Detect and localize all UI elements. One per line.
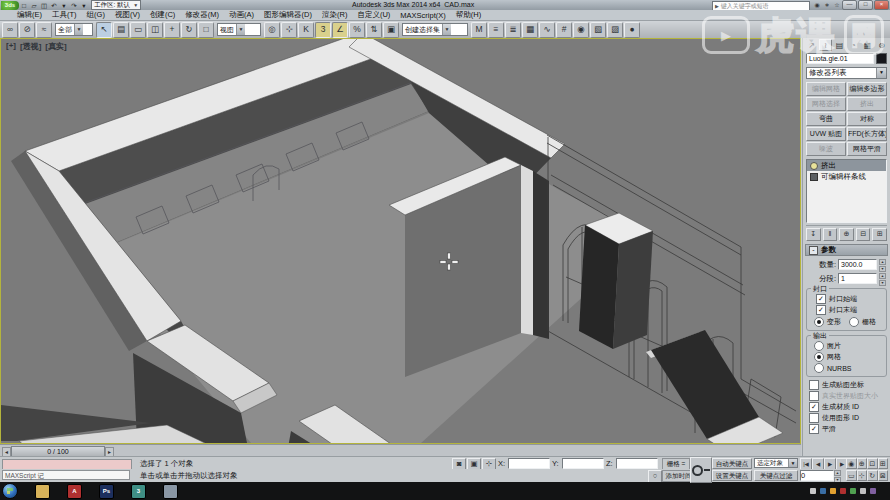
bind-to-space-warp-icon[interactable]: ≈ (36, 22, 52, 38)
object-name-field[interactable]: Luota.gie.01 (806, 53, 874, 64)
menu-item-8[interactable]: 渲染(R) (317, 10, 352, 20)
pillar-column[interactable] (579, 213, 653, 349)
application-menu-button[interactable]: 3ds (1, 1, 19, 10)
param-check-3[interactable]: 使用图形 ID (809, 413, 890, 423)
tab-motion[interactable]: ◔ (847, 39, 860, 51)
redo-icon[interactable]: ↷ (69, 1, 79, 10)
close-button[interactable]: × (874, 0, 889, 10)
menu-item-11[interactable]: 帮助(H) (451, 10, 486, 20)
unlink-selection-icon[interactable]: ⊘ (19, 22, 35, 38)
percent-snap-icon[interactable]: % (349, 22, 365, 38)
modifier-button-6[interactable]: UVW 贴图 (806, 127, 846, 141)
taskbar-folder[interactable] (163, 484, 178, 499)
viewport-menu-pov[interactable]: [透视] (20, 41, 41, 52)
selection-filter-dropdown[interactable]: 全部▼ (55, 23, 93, 36)
maxscript-mini-listener[interactable]: MAXScript 记 (2, 470, 130, 480)
new-file-icon[interactable]: □ (19, 1, 29, 10)
output-radio-1[interactable]: 网格 (814, 352, 884, 362)
tab-create[interactable]: ↗ (805, 39, 818, 51)
select-and-scale-icon[interactable]: □ (198, 22, 214, 38)
window-crossing-icon[interactable]: ◫ (147, 22, 163, 38)
select-and-move-icon[interactable]: + (164, 22, 180, 38)
snaps-toggle-3d-icon[interactable]: 3 (315, 22, 331, 38)
menu-item-9[interactable]: 自定义(U) (352, 10, 395, 20)
open-file-icon[interactable]: ▱ (29, 1, 39, 10)
tray-icon-1[interactable] (820, 488, 826, 494)
tray-icon-5[interactable] (860, 488, 866, 494)
viewport-menu-shading[interactable]: [真实] (45, 41, 66, 52)
pin-stack-icon[interactable]: ↧ (806, 228, 821, 241)
stack-row-0[interactable]: 挤出 (807, 160, 886, 171)
track-bar[interactable]: ◄ 0 / 100 ► (0, 444, 801, 456)
frame-spinner[interactable]: ▲▼ (834, 470, 841, 481)
rendered-frame-window-icon[interactable]: ▨ (607, 22, 623, 38)
tab-hierarchy[interactable]: ▤ (833, 39, 846, 51)
rectangular-selection-region-icon[interactable]: ▭ (130, 22, 146, 38)
select-object-icon[interactable]: ↖ (96, 22, 112, 38)
menu-item-3[interactable]: 视图(V) (110, 10, 145, 20)
orbit-icon[interactable]: ↻ (867, 470, 878, 481)
material-editor-icon[interactable]: ◉ (573, 22, 589, 38)
cap-check-0[interactable]: ✓封口始端 (816, 294, 884, 304)
taskbar-autocad[interactable]: A (67, 484, 82, 499)
zoom-extents-all-icon[interactable]: ⊞ (878, 458, 889, 469)
y-coordinate-field[interactable] (562, 458, 604, 469)
modifier-button-1[interactable]: 编辑多边形 (847, 82, 887, 96)
modifier-button-7[interactable]: FFD(长方体) (847, 127, 887, 141)
modifier-button-4[interactable]: 弯曲 (806, 112, 846, 126)
amount-field[interactable]: 3000.0 (838, 259, 877, 270)
named-selection-sets-dropdown[interactable]: 创建选择集▼ (402, 23, 468, 36)
cap-check-1[interactable]: ✓封口末端 (816, 305, 884, 315)
select-and-link-icon[interactable]: ∞ (2, 22, 18, 38)
zoom-all-icon[interactable]: ⊕ (857, 458, 868, 469)
mirror-icon[interactable]: M (471, 22, 487, 38)
pan-view-icon[interactable]: ⊹ (857, 470, 868, 481)
show-end-result-icon[interactable]: ‖ (823, 228, 838, 241)
menu-item-1[interactable]: 工具(T) (47, 10, 82, 20)
modifier-button-9[interactable]: 网格平滑 (847, 142, 887, 156)
param-check-2[interactable]: ✓生成材质 ID (809, 402, 890, 412)
current-frame-field[interactable]: 0 (800, 470, 834, 481)
save-file-icon[interactable]: ◫ (39, 1, 49, 10)
zoom-extents-icon[interactable]: ⊡ (867, 458, 878, 469)
align-icon[interactable]: ≡ (488, 22, 504, 38)
set-key-mode-button[interactable] (690, 457, 712, 483)
communication-center-icon[interactable]: ∗ (822, 1, 832, 9)
menu-item-10[interactable]: MAXScript(X) (395, 11, 450, 20)
output-radio-0[interactable]: 面片 (814, 341, 884, 351)
start-button[interactable] (2, 483, 18, 499)
render-setup-icon[interactable]: ▧ (590, 22, 606, 38)
viewport-canvas[interactable] (1, 39, 800, 443)
select-and-manipulate-icon[interactable]: ⊹ (281, 22, 297, 38)
tray-icon-2[interactable] (830, 488, 836, 494)
select-by-name-icon[interactable]: ▤ (113, 22, 129, 38)
modifier-list-dropdown[interactable]: 修改器列表 ▼ (806, 67, 887, 79)
auto-key-button[interactable]: 自动关键点 (712, 458, 752, 469)
workspace-dropdown[interactable]: 工作区: 默认 ▼ (91, 0, 141, 10)
viewport-perspective[interactable]: [+] [透视] [真实] (0, 38, 801, 444)
taskbar-explorer[interactable] (35, 484, 50, 499)
zoom-region-icon[interactable]: ▭ (846, 470, 857, 481)
param-check-4[interactable]: ✓平滑 (809, 424, 890, 434)
key-filters-button[interactable]: 关键点过滤器... (754, 470, 798, 481)
make-unique-icon[interactable]: ⊕ (839, 228, 854, 241)
render-production-icon[interactable]: ● (624, 22, 640, 38)
tab-display[interactable]: ▦ (861, 39, 874, 51)
angle-snap-icon[interactable]: ∠ (332, 22, 348, 38)
selected-filter-dropdown[interactable]: 选定对象 ▼ (754, 458, 798, 468)
undo-dropdown-icon[interactable]: ▾ (59, 1, 69, 10)
menu-item-2[interactable]: 组(G) (82, 10, 110, 20)
spinner-snap-icon[interactable]: ⇅ (366, 22, 382, 38)
tray-icon-6[interactable] (870, 488, 876, 494)
tray-icon-3[interactable] (840, 488, 846, 494)
remove-modifier-icon[interactable]: ⊟ (856, 228, 871, 241)
redo-dropdown-icon[interactable]: ▾ (79, 1, 89, 10)
taskbar-3dsmax[interactable]: 3 (131, 484, 146, 499)
stack-row-1[interactable]: 可编辑样条线 (807, 171, 886, 182)
x-coordinate-field[interactable] (508, 458, 550, 469)
configure-modifier-sets-icon[interactable]: ⊞ (872, 228, 887, 241)
edit-named-selection-sets-icon[interactable]: ▣ (383, 22, 399, 38)
use-pivot-point-center-icon[interactable]: ◎ (264, 22, 280, 38)
output-radio-2[interactable]: NURBS (814, 363, 884, 373)
segments-field[interactable]: 1 (838, 273, 877, 284)
